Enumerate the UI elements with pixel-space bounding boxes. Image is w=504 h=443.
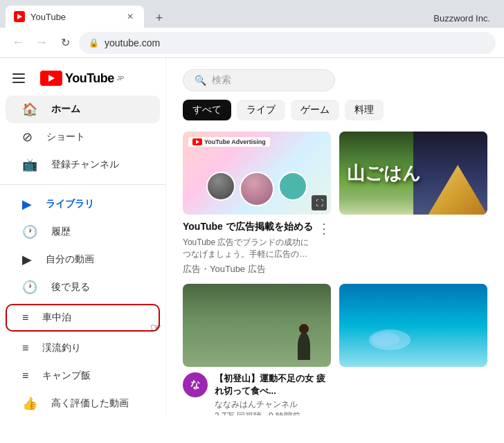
video-info-hiker: な 【初登山】運動不足の女 疲れ切って食べ... ななみはんチャンネル 3.7万… [183,367,331,415]
sidebar-label-liked: 高く評価した動画 [51,397,129,410]
buzzword-label: Buzzword Inc. [425,13,498,28]
new-tab-button[interactable]: + [150,8,169,28]
filter-cooking[interactable]: 料理 [345,100,384,120]
youtube-app: YouTubeJP 🏠 ホーム ⊘ ショート 📺 登録チャンネル ▶ ライブラリ… [0,58,504,415]
video-title-ad: YouTube で広告掲載を始める [183,220,314,234]
channel-avatar-hiker: な [183,372,208,397]
youtube-logo-sup: JP [117,75,125,82]
tab-title: YouTube [30,12,119,22]
forward-button[interactable]: → [32,33,51,53]
refresh-button[interactable]: ↻ [55,33,75,53]
search-bar[interactable]: 🔍 検索 [183,69,335,91]
main-content: 🔍 検索 すべて ライブ ゲーム 料理 [166,58,504,415]
sidebar-item-own-videos[interactable]: ▶ 自分の動画 [6,246,160,273]
sidebar: YouTubeJP 🏠 ホーム ⊘ ショート 📺 登録チャンネル ▶ ライブラリ… [0,58,166,415]
filter-live[interactable]: ライブ [237,100,285,120]
more-options-ad[interactable]: ⋮ [314,220,331,237]
sidebar-label-history: 履歴 [51,226,71,238]
filter-bar: すべて ライブ ゲーム 料理 [183,100,487,120]
camp-food-icon: ≡ [22,370,28,382]
filter-game[interactable]: ゲーム [291,100,339,120]
sidebar-item-watch-later[interactable]: 🕐 後で見る [6,273,160,301]
sidebar-label-subscriptions: 登録チャンネル [51,159,119,171]
subscriptions-icon: 📺 [22,157,37,172]
sidebar-item-camping-car[interactable]: ≡ 車中泊 ☞ [6,304,160,332]
watch-later-icon: 🕐 [22,280,37,295]
video-channel-ad: 広告・YouTube 広告 [183,263,314,275]
video-channel-hiker: ななみはんチャンネル [215,399,331,410]
sidebar-item-stream-fishing[interactable]: ≡ 渓流釣り [6,334,160,362]
cursor: ☞ [150,320,161,336]
stream-fishing-icon: ≡ [22,342,28,354]
address-text: youtube.com [105,37,160,48]
search-icon: 🔍 [195,75,206,86]
search-placeholder-text: 検索 [212,74,231,87]
tab-favicon [14,11,25,22]
active-tab[interactable]: YouTube ✕ [6,6,144,28]
sidebar-header: YouTubeJP [0,64,165,96]
tab-bar: YouTube ✕ + Buzzword Inc. [0,0,504,28]
video-card-mountain[interactable]: 山ごはん [339,132,487,275]
sidebar-label-stream-fishing: 渓流釣り [42,342,81,354]
video-thumbnail-ocean [339,284,487,367]
youtube-logo[interactable]: YouTubeJP [40,71,124,86]
own-videos-icon: ▶ [22,252,32,267]
history-icon: 🕐 [22,224,37,239]
youtube-logo-text: YouTube [65,71,114,86]
video-card-hiker[interactable]: な 【初登山】運動不足の女 疲れ切って食べ... ななみはんチャンネル 3.7万… [183,284,331,415]
video-card-ad[interactable]: YouTube Advertising ⛶ [183,132,331,275]
sidebar-label-camp-food: キャンプ飯 [42,370,91,382]
video-thumbnail-ad: YouTube Advertising ⛶ [183,132,331,215]
sidebar-label-camping-car: 車中泊 [42,311,71,324]
filter-all[interactable]: すべて [183,100,231,120]
camping-car-icon: ≡ [22,311,28,324]
fullscreen-icon: ⛶ [312,195,327,210]
sidebar-label-watch-later: 後で見る [51,281,90,293]
sidebar-item-shorts[interactable]: ⊘ ショート [6,123,160,151]
sidebar-item-library[interactable]: ▶ ライブラリ [6,190,160,218]
sidebar-divider-1 [0,184,165,185]
hamburger-button[interactable] [8,69,29,87]
library-icon: ▶ [22,197,32,212]
sidebar-item-liked[interactable]: 👍 高く評価した動画 [6,390,160,415]
lock-icon: 🔒 [89,38,99,48]
sidebar-item-subscriptions[interactable]: 📺 登録チャンネル [6,151,160,179]
tab-close-button[interactable]: ✕ [125,11,136,22]
back-button[interactable]: ← [8,33,28,53]
browser-chrome: YouTube ✕ + Buzzword Inc. ← → ↻ 🔒 youtub… [0,0,504,58]
content-header: 🔍 検索 すべて ライブ ゲーム 料理 [166,58,504,120]
video-info-ad: YouTube で広告掲載を始める YouTube 広告でブランドの成功につなげ… [183,215,331,275]
video-info-mountain [339,215,487,220]
video-meta-hiker: 3.7万 回視聴 · 9 時間前 [215,410,331,415]
video-card-ocean[interactable] [339,284,487,415]
shorts-icon: ⊘ [22,129,33,145]
video-grid: YouTube Advertising ⛶ [166,132,504,415]
sidebar-item-history[interactable]: 🕐 履歴 [6,218,160,246]
video-desc-ad: YouTube 広告でブランドの成功につなげましょう。手軽に広告の最適化と効果測… [183,237,314,260]
video-thumbnail-hiker [183,284,331,367]
sidebar-label-own-videos: 自分の動画 [46,253,94,266]
video-title-hiker: 【初登山】運動不足の女 疲れ切って食べ... [215,372,331,397]
sidebar-label-home: ホーム [51,103,80,116]
video-thumbnail-mountain: 山ごはん [339,132,487,215]
youtube-logo-icon [40,71,62,86]
sidebar-item-home[interactable]: 🏠 ホーム [6,96,160,123]
nav-bar: ← → ↻ 🔒 youtube.com [0,28,504,58]
sidebar-label-shorts: ショート [46,131,85,143]
sidebar-label-library: ライブラリ [46,198,94,210]
sidebar-item-camp-food[interactable]: ≡ キャンプ飯 [6,362,160,390]
liked-icon: 👍 [22,396,37,411]
address-bar[interactable]: 🔒 youtube.com [79,32,496,54]
home-icon: 🏠 [22,102,37,117]
